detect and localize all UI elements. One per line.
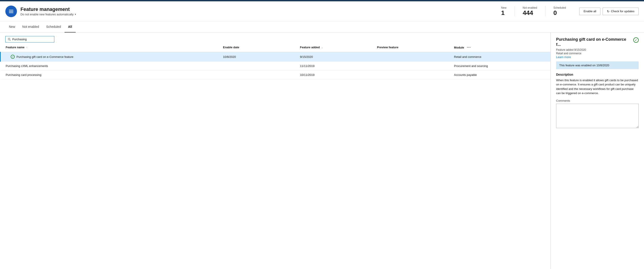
detail-title-row: Purchasing gift card on e-Commerce f... … — [556, 37, 639, 48]
column-options-icon[interactable]: ⋯ — [465, 45, 472, 50]
sort-desc-icon: ↓ — [322, 46, 323, 49]
td-enable-date — [220, 62, 297, 70]
th-enable-date[interactable]: Enable date — [220, 42, 297, 52]
app-title-block: Feature management Do not enable new fea… — [20, 6, 493, 16]
td-feature-name: Purchasing cXML enhancements — [0, 62, 220, 70]
stat-scheduled: Scheduled 0 — [545, 6, 574, 16]
page-title: Feature management — [20, 6, 493, 12]
td-feature-added: 11/11/2019 — [297, 62, 374, 70]
td-enable-date: 10/8/2020 — [220, 52, 297, 62]
stat-new: New 1 — [493, 6, 514, 16]
detail-module: Retail and commerce — [556, 52, 639, 55]
enable-all-button[interactable]: Enable all — [579, 8, 600, 15]
detail-title: Purchasing gift card on e-Commerce f... — [556, 37, 632, 48]
td-feature-name: ✓ Purchasing gift card on e-Commerce fea… — [0, 52, 220, 62]
app-subtitle[interactable]: Do not enable new features automatically… — [20, 13, 493, 16]
table-header-row: Feature name ↑ Enable date Feature added… — [0, 42, 550, 52]
app-icon — [5, 6, 17, 17]
detail-enabled-banner: This feature was enabled on 10/8/2020 — [556, 62, 639, 69]
detail-enabled-icon: ✓ — [633, 38, 639, 43]
th-feature-name[interactable]: Feature name ↑ — [0, 42, 220, 52]
header-stats: New 1 Not enabled 444 Scheduled 0 — [493, 6, 574, 16]
sort-asc-icon: ↑ — [26, 46, 28, 49]
svg-rect-2 — [9, 12, 13, 13]
enabled-check-icon: ✓ — [11, 55, 15, 59]
tab-all[interactable]: All — [64, 22, 76, 32]
search-icon — [8, 38, 11, 41]
stat-not-enabled: Not enabled 444 — [514, 6, 545, 16]
svg-line-4 — [10, 40, 11, 40]
td-preview-feature — [374, 52, 451, 62]
top-bar: Feature management Do not enable new fea… — [0, 1, 644, 21]
stat-new-value: 1 — [501, 9, 506, 16]
learn-more-link[interactable]: Learn more — [556, 56, 639, 59]
app-icon-svg — [8, 8, 14, 14]
detail-description-text: When this feature is enabled it allows g… — [556, 78, 639, 96]
stat-not-enabled-label: Not enabled — [523, 6, 537, 9]
left-panel: Feature name ↑ Enable date Feature added… — [0, 32, 550, 269]
td-module: Retail and commerce — [451, 52, 550, 62]
header-actions: Enable all ↻ Check for updates — [579, 8, 639, 15]
search-bar — [0, 32, 550, 42]
td-module: Procurement and sourcing — [451, 62, 550, 70]
refresh-icon: ↻ — [607, 10, 610, 13]
check-updates-button[interactable]: ↻ Check for updates — [602, 8, 639, 15]
table-row[interactable]: ✓ Purchasing gift card on e-Commerce fea… — [0, 52, 550, 62]
td-module: Accounts payable — [451, 70, 550, 80]
td-preview-feature — [374, 70, 451, 80]
auto-enable-label: Do not enable new features automatically — [20, 13, 74, 16]
chevron-down-icon: ▾ — [75, 13, 76, 16]
td-preview-feature — [374, 62, 451, 70]
right-panel: Purchasing gift card on e-Commerce f... … — [550, 32, 644, 269]
table-row[interactable]: Purchasing cXML enhancements 11/11/2019 … — [0, 62, 550, 70]
tab-not-enabled[interactable]: Not enabled — [19, 22, 43, 32]
stat-scheduled-value: 0 — [554, 9, 566, 16]
detail-feature-added: Feature added 9/15/2020 — [556, 48, 639, 52]
detail-description-title: Description — [556, 73, 639, 76]
tab-scheduled[interactable]: Scheduled — [43, 22, 64, 32]
tab-new[interactable]: New — [5, 22, 19, 32]
td-enable-date — [220, 70, 297, 80]
comments-label: Comments — [556, 99, 639, 102]
comments-textarea[interactable] — [556, 104, 639, 128]
th-module[interactable]: Module ⋯ — [451, 42, 550, 52]
svg-rect-1 — [9, 11, 13, 12]
feature-table: Feature name ↑ Enable date Feature added… — [0, 42, 550, 269]
stat-scheduled-label: Scheduled — [554, 6, 566, 9]
stat-new-label: New — [501, 6, 506, 9]
td-feature-added: 10/11/2019 — [297, 70, 374, 80]
stat-not-enabled-value: 444 — [523, 9, 537, 16]
th-feature-added[interactable]: Feature added ↓ — [297, 42, 374, 52]
main-content: Feature name ↑ Enable date Feature added… — [0, 32, 644, 269]
search-wrapper — [5, 36, 54, 42]
svg-rect-0 — [9, 10, 13, 10]
td-feature-added: 9/15/2020 — [297, 52, 374, 62]
check-updates-label: Check for updates — [611, 10, 634, 13]
search-input[interactable] — [12, 38, 52, 41]
nav-bar: New Not enabled Scheduled All — [0, 21, 644, 32]
th-preview-feature[interactable]: Preview feature — [374, 42, 451, 52]
table-row[interactable]: Purchasing card processing 10/11/2019 Ac… — [0, 70, 550, 80]
td-feature-name: Purchasing card processing — [0, 70, 220, 80]
